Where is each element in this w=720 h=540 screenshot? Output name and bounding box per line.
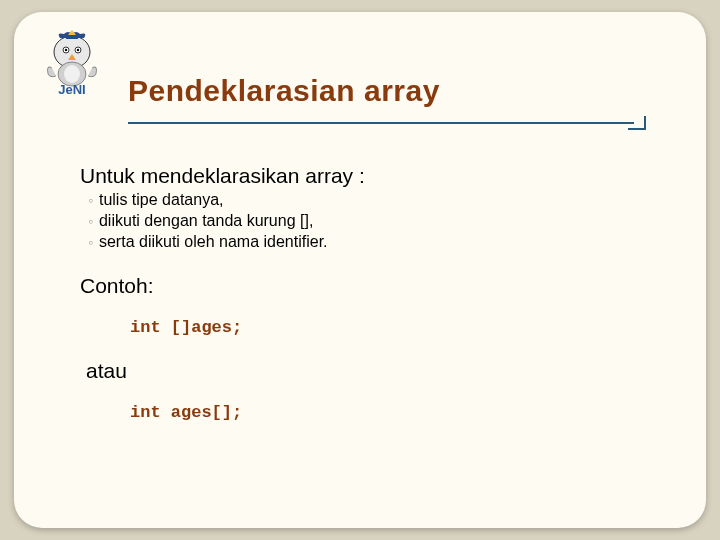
or-label: atau — [86, 359, 658, 383]
bullet-list: ◦tulis tipe datanya, ◦diikuti dengan tan… — [88, 190, 658, 252]
title-underline — [128, 116, 658, 130]
jeni-logo: JeNI — [42, 30, 102, 102]
bullet-text: tulis tipe datanya, — [99, 190, 224, 211]
bullet-text: diikuti dengan tanda kurung [], — [99, 211, 313, 232]
svg-point-5 — [65, 49, 67, 51]
code-sample-1: int []ages; — [130, 318, 658, 337]
list-item: ◦tulis tipe datanya, — [88, 190, 658, 211]
svg-text:JeNI: JeNI — [58, 82, 85, 97]
svg-point-9 — [64, 65, 80, 83]
code-sample-2: int ages[]; — [130, 403, 658, 422]
bullet-icon: ◦ — [88, 190, 93, 211]
slide-card: JeNI Pendeklarasian array Untuk mendekla… — [14, 12, 706, 528]
list-item: ◦diikuti dengan tanda kurung [], — [88, 211, 658, 232]
example-label: Contoh: — [80, 274, 658, 298]
list-item: ◦serta diikuti oleh nama identifier. — [88, 232, 658, 253]
bullet-icon: ◦ — [88, 232, 93, 253]
svg-point-6 — [77, 49, 79, 51]
slide-title: Pendeklarasian array — [128, 74, 658, 108]
bullet-icon: ◦ — [88, 211, 93, 232]
lead-text: Untuk mendeklarasikan array : — [80, 164, 658, 188]
bullet-text: serta diikuti oleh nama identifier. — [99, 232, 328, 253]
slide-body: Untuk mendeklarasikan array : ◦tulis tip… — [80, 164, 658, 422]
